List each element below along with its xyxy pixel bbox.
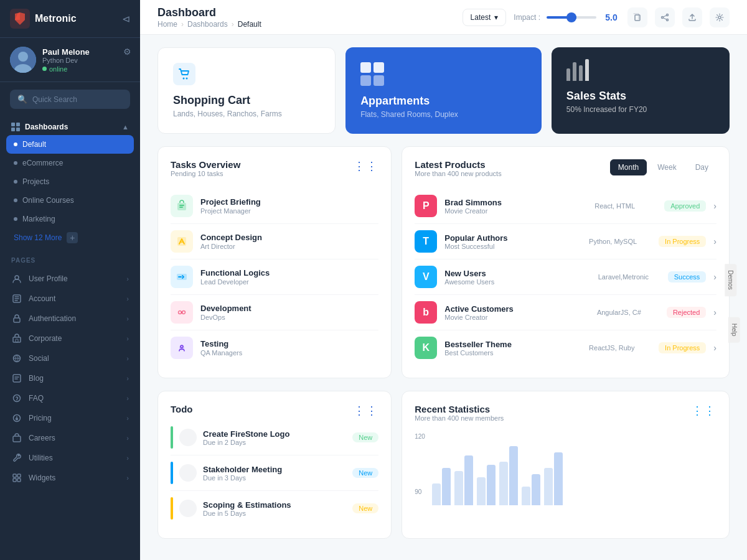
copy-icon-button[interactable] (627, 7, 647, 27)
sidebar-item-projects[interactable]: Projects (6, 172, 134, 191)
breadcrumb-dashboards[interactable]: Dashboards (187, 20, 228, 29)
sidebar-item-account[interactable]: Account › (6, 289, 134, 309)
task-info-development: Development DevOps (200, 304, 378, 321)
bar-3-a (499, 462, 508, 505)
task-item-2: Functional Logics Lead Developer (171, 259, 378, 295)
hero-card-shopping-cart[interactable]: Shopping Cart Lands, Houses, Ranchos, Fa… (157, 47, 336, 134)
upload-icon-button[interactable] (682, 7, 702, 27)
shopping-cart-subtitle: Lands, Houses, Ranchos, Farms (173, 110, 320, 118)
svg-rect-15 (13, 474, 16, 477)
product-info-4: Bestseller Theme Best Customers (444, 340, 581, 357)
sidebar-logo-area: Metronic ⊲ (0, 0, 140, 38)
sidebar-item-social[interactable]: Social › (6, 348, 134, 368)
tasks-card-header: Tasks Overview Pending 10 tasks ⋮⋮ (171, 159, 378, 186)
share-icon (660, 13, 669, 22)
task-info-briefing: Project Briefing Project Manager (200, 197, 378, 215)
todo-card: Todo ⋮⋮ Create FireStone Logo Due in 2 D… (157, 391, 392, 539)
product-name-2: New Users (444, 269, 591, 278)
task-name-1: Concept Design (200, 233, 378, 242)
todo-name-1: Stakeholder Meeting (203, 465, 346, 474)
product-desc-4: Best Customers (444, 349, 581, 357)
svg-rect-19 (635, 15, 640, 21)
bar-4-b (532, 474, 540, 505)
tab-day[interactable]: Day (687, 159, 716, 175)
tab-month[interactable]: Month (610, 159, 647, 175)
product-arrow-3[interactable]: › (713, 307, 716, 317)
sidebar-item-ecommerce[interactable]: eCommerce (6, 154, 134, 172)
stats-card-header: Recent Statistics More than 400 new memb… (415, 404, 716, 431)
task-icon-functional (171, 266, 193, 288)
corporate-icon (11, 333, 22, 344)
sidebar-item-utilities[interactable]: Utilities › (6, 448, 134, 468)
sidebar-item-user-profile[interactable]: User Profile › (6, 269, 134, 289)
products-tab-group: Month Week Day (610, 159, 716, 175)
user-info: Paul Melone Python Dev online (42, 47, 130, 73)
stats-menu-button[interactable]: ⋮⋮ (692, 404, 716, 418)
product-arrow-4[interactable]: › (713, 343, 716, 353)
sidebar-item-marketing[interactable]: Marketing (6, 210, 134, 228)
sidebar-item-widgets[interactable]: Widgets › (6, 468, 134, 488)
breadcrumb-home[interactable]: Home (157, 20, 177, 29)
show-more-button[interactable]: Show 12 More + (6, 228, 134, 247)
sidebar-item-online-courses[interactable]: Online Courses (6, 191, 134, 210)
sidebar-item-default[interactable]: Default (6, 135, 134, 154)
task-name-2: Functional Logics (200, 268, 378, 278)
todo-stats-row: Todo ⋮⋮ Create FireStone Logo Due in 2 D… (157, 391, 730, 539)
sidebar-item-faq[interactable]: FAQ › (6, 388, 134, 408)
sidebar-item-authentication[interactable]: Authentication › (6, 309, 134, 329)
tasks-products-row: Tasks Overview Pending 10 tasks ⋮⋮ Proje… (157, 146, 730, 378)
todo-item-0: Create FireStone Logo Due in 2 Days New (171, 420, 378, 455)
todo-due-1: Due in 3 Days (203, 474, 346, 482)
tasks-title: Tasks Overview (171, 159, 240, 170)
help-edge-tab[interactable]: Help (728, 317, 740, 343)
careers-icon (11, 432, 22, 444)
bar-0-b (442, 468, 451, 505)
svg-point-4 (15, 276, 19, 279)
demos-edge-tab[interactable]: Demos (725, 264, 737, 296)
task-info-testing: Testing QA Managers (200, 339, 378, 357)
product-desc-1: Most Successful (444, 243, 581, 250)
search-input[interactable] (32, 95, 123, 104)
user-profile-icon (11, 273, 22, 284)
hero-cards-row: Shopping Cart Lands, Houses, Ranchos, Fa… (157, 47, 730, 134)
filter-dropdown[interactable]: Latest ▾ (463, 9, 507, 26)
bar-group-0 (432, 468, 451, 505)
todo-name-0: Create FireStone Logo (203, 429, 346, 439)
task-role-4: QA Managers (200, 349, 378, 357)
hero-card-sales-stats[interactable]: Sales Stats 50% Increased for FY20 (552, 47, 730, 134)
tasks-menu-button[interactable]: ⋮⋮ (354, 159, 378, 173)
bar-3-b (509, 446, 518, 505)
product-arrow-1[interactable]: › (713, 236, 716, 246)
product-logo-1: T (415, 230, 437, 253)
search-box: 🔍 (10, 90, 130, 109)
latest-products-card: Latest Products More than 400 new produc… (402, 146, 730, 378)
sidebar-item-corporate[interactable]: Corporate › (6, 329, 134, 348)
product-name-4: Bestseller Theme (444, 340, 581, 349)
pages-section-label: PAGES (6, 253, 134, 269)
dashboards-section-header[interactable]: Dashboards ▲ (6, 116, 134, 135)
todo-menu-button[interactable]: ⋮⋮ (354, 404, 378, 418)
sidebar-item-blog[interactable]: Blog › (6, 368, 134, 388)
sidebar-toggle-button[interactable]: ⊲ (122, 13, 130, 25)
todo-item-2: Scoping & Estimations Due in 5 Days New (171, 491, 378, 526)
sidebar-item-pricing[interactable]: Pricing › (6, 408, 134, 428)
hero-card-apartments[interactable]: Appartments Flats, Shared Rooms, Duplex (345, 47, 542, 134)
content-area: Shopping Cart Lands, Houses, Ranchos, Fa… (140, 35, 747, 560)
user-role: Python Dev (42, 57, 130, 64)
svg-rect-26 (177, 203, 186, 210)
impact-slider[interactable] (547, 16, 596, 19)
bar-0-a (432, 483, 441, 505)
product-arrow-0[interactable]: › (713, 201, 716, 211)
products-title: Latest Products (415, 159, 501, 170)
stats-chart: 120 90 (415, 433, 716, 508)
settings-icon-button[interactable] (710, 7, 730, 27)
svg-rect-6 (14, 318, 20, 322)
share-icon-button[interactable] (655, 7, 675, 27)
product-arrow-2[interactable]: › (713, 272, 716, 282)
tab-week[interactable]: Week (649, 159, 684, 175)
sidebar-item-careers[interactable]: Careers › (6, 428, 134, 448)
user-settings-icon[interactable]: ⚙ (123, 47, 131, 57)
user-name: Paul Melone (42, 47, 130, 57)
product-name-1: Popular Authors (444, 233, 581, 243)
show-more-label: Show 12 More (14, 233, 62, 242)
